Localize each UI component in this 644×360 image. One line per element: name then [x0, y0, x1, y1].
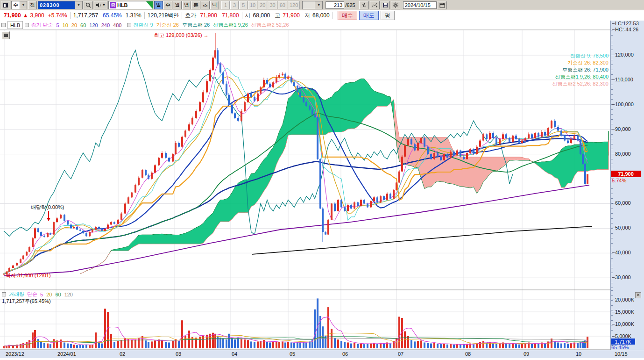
price-axis-label: 40,000 [615, 250, 631, 255]
time-axis-label: 04 [232, 351, 237, 357]
main-toolbar: 주▼ 전 028300▼ ▼ 증 HLB 일주월년분초틱 13510203060… [0, 0, 644, 10]
current-volume-box: 1,717K [611, 338, 635, 345]
high-price: 71,900 [283, 12, 300, 19]
save-icon[interactable] [381, 1, 390, 9]
trade-amount: 120,219백만 [148, 12, 179, 20]
minute-button-3[interactable]: 3 [230, 1, 239, 9]
volume-ma-legend-item: 20 [46, 292, 52, 297]
time-axis-label: 2023/12 [6, 351, 24, 357]
volume-ma-label: 단순 [27, 291, 37, 298]
period-button-group: 일주월년분초틱 [154, 1, 219, 9]
price-change: 3,900 [30, 12, 44, 19]
hc-value: HC:-44.26 [615, 27, 638, 32]
period-button-초[interactable]: 초 [201, 1, 210, 9]
price-axis-label: 120,000 [615, 52, 634, 58]
minute-button-group: 13510203060120 [221, 1, 300, 9]
time-axis-label: 2024/01 [57, 351, 76, 357]
bar-position-input[interactable]: 213 [326, 1, 344, 9]
period-button-년[interactable]: 년 [182, 1, 191, 9]
annotation-exdiv: 배당락(0.00%) [31, 204, 64, 211]
up-arrow-icon: ▲ [23, 12, 28, 19]
time-axis[interactable]: 2023/122024/01020304050607080910 10/15 [0, 350, 644, 358]
stock-name-field[interactable]: 증 HLB [108, 1, 153, 9]
compare-transfer-icon[interactable] [359, 1, 369, 9]
current-price: 71,900 [4, 12, 21, 19]
stock-code-combo[interactable]: 028300▼ [38, 1, 83, 9]
time-axis-label: 09 [524, 351, 529, 357]
time-axis-label: 05 [290, 351, 295, 357]
low-price: 68,000 [312, 12, 330, 19]
volume-ma-legend-item: 5 [40, 292, 43, 297]
current-price-box: 71,900 [611, 171, 641, 177]
low-label: 저 [304, 12, 310, 20]
prev-stock-button[interactable]: 전 [28, 1, 37, 9]
period-button-틱[interactable]: 틱 [210, 1, 219, 9]
volume-pane-close-icon[interactable]: ✕ [635, 292, 641, 298]
quote-info-bar: 71,900 ▲ 3,900 +5.74% 1,717,257 65.45% 1… [0, 10, 644, 21]
period-button-월[interactable]: 월 [173, 1, 182, 9]
ichimoku-value: 선행스팬1 9,26: 80,400 [552, 73, 609, 80]
minute-button-10[interactable]: 10 [248, 1, 257, 9]
price-axis-label: 90,000 [615, 126, 631, 132]
price-axis-label: 60,000 [615, 200, 631, 206]
chart-region: LC:127.53 HC:-44.26 120,000110,000100,00… [0, 21, 644, 358]
trend-tool-icon[interactable] [370, 1, 380, 9]
minute-button-30[interactable]: 30 [268, 1, 277, 9]
sell-button[interactable]: 매도 [359, 11, 379, 20]
minute-button-120[interactable]: 120 [288, 1, 300, 9]
time-axis-label: 03 [176, 351, 181, 357]
axis-minor-ticks [611, 30, 613, 290]
time-axis-label: 10 [576, 351, 581, 357]
hoga-label: 호가 [185, 12, 196, 20]
stock-code-input[interactable]: 028300 [38, 1, 75, 9]
period-button-일[interactable]: 일 [154, 1, 163, 9]
minute-button-5[interactable]: 5 [239, 1, 248, 9]
frame-period-combo[interactable]: 주▼ [11, 1, 27, 9]
chevron-down-icon: ▼ [102, 3, 106, 7]
time-axis-label: 08 [465, 351, 471, 357]
price-axis-margin[interactable]: LC:127.53 HC:-44.26 120,000110,000100,00… [610, 21, 644, 350]
price-axis-label: 100,000 [615, 101, 634, 107]
price-axis-label: 50,000 [615, 225, 631, 230]
custom-interval-combo[interactable]: ▼ [302, 1, 323, 9]
settings-gear-icon[interactable] [391, 1, 400, 9]
current-price-pct: 5.74% [612, 178, 626, 183]
ichimoku-value: 후행스팬 26: 71,900 [552, 66, 609, 73]
ask-price: 71,900 [200, 12, 217, 19]
chevron-down-icon: ▼ [315, 1, 322, 9]
chart-tool-icon[interactable] [2, 31, 10, 39]
market-badge: 증 [110, 2, 116, 8]
time-axis-label: 07 [398, 351, 403, 357]
time-axis-label: 02 [120, 351, 125, 357]
search-button[interactable] [84, 1, 93, 9]
period-button-주[interactable]: 주 [163, 1, 172, 9]
ichimoku-values-panel: 전환선 9: 78,500기준선 26: 82,300후행스팬 26: 71,9… [552, 52, 609, 87]
date-input[interactable]: 2024/10/15 [403, 1, 437, 9]
volume-ma-legend-item: 120 [64, 292, 73, 297]
volume-value: 1,717,257 [73, 12, 98, 19]
legend-checkbox-icon[interactable] [2, 292, 6, 296]
avg-button[interactable]: 평 [381, 11, 395, 20]
trading-app-window: 주▼ 전 028300▼ ▼ 증 HLB 일주월년분초틱 13510203060… [0, 0, 644, 360]
high-label: 고 [275, 12, 280, 20]
period-button-분[interactable]: 분 [191, 1, 200, 9]
time-axis-label: 06 [342, 351, 348, 357]
minute-button-1[interactable]: 1 [221, 1, 230, 9]
right-arrow-icon: → [204, 32, 209, 38]
chevron-down-icon: ▼ [20, 1, 27, 9]
bid-price: 71,800 [222, 12, 239, 19]
volume-axis-label: 20,000K [615, 297, 634, 302]
lc-value: LC:127.53 [615, 21, 639, 26]
chart-canvas[interactable] [0, 21, 610, 350]
buy-button[interactable]: 매수 [338, 11, 357, 20]
minute-button-20[interactable]: 20 [258, 1, 267, 9]
sound-button[interactable]: ▼ [94, 1, 107, 9]
stock-name: HLB [117, 2, 128, 8]
minute-button-60[interactable]: 60 [278, 1, 287, 9]
volume-summary: 1,717,257주(65.45%) [2, 298, 73, 305]
price-change-pct: +5.74% [48, 12, 67, 19]
last-date-label: 10/15 [615, 351, 628, 357]
calendar-icon[interactable] [438, 1, 447, 9]
open-price: 68,000 [253, 12, 270, 19]
window-select-icon[interactable] [1, 1, 10, 9]
